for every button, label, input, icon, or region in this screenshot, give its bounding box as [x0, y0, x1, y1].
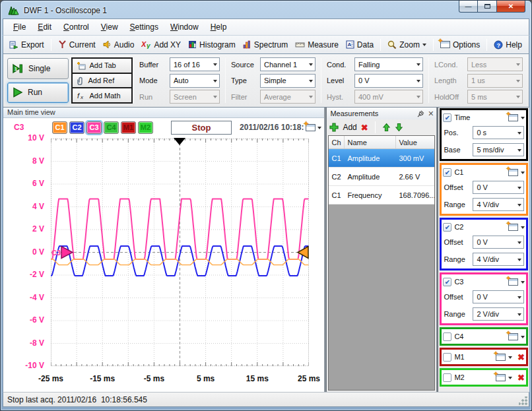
- add-measurement-icon[interactable]: [329, 123, 339, 132]
- menu-edit[interactable]: Edit: [32, 20, 57, 34]
- remove-m2-button[interactable]: ✖: [517, 373, 525, 383]
- config-icon-c2[interactable]: [508, 224, 518, 231]
- svg-text:x: x: [80, 94, 84, 100]
- source-dropdown[interactable]: Channel 1: [260, 57, 316, 71]
- c2-offset-dropdown[interactable]: 0 V: [473, 236, 524, 249]
- trigger-position-marker[interactable]: [174, 138, 185, 151]
- remove-m1-button[interactable]: ✖: [517, 352, 525, 362]
- stop-button[interactable]: Stop: [171, 121, 232, 135]
- data-button[interactable]: A Data: [343, 38, 377, 51]
- checkbox-c3[interactable]: ✔: [443, 278, 451, 286]
- run-button[interactable]: Run: [7, 82, 69, 104]
- add-ref-button[interactable]: Add Ref: [71, 73, 133, 89]
- channel-button-m2[interactable]: M2: [138, 121, 153, 134]
- col-value[interactable]: Value: [396, 136, 434, 148]
- type-dropdown[interactable]: Simple: [260, 74, 316, 88]
- menu-control[interactable]: Control: [57, 20, 95, 34]
- plot-config-caret[interactable]: [317, 127, 321, 131]
- close-button[interactable]: ✕: [496, 1, 525, 13]
- export-button[interactable]: Export: [6, 38, 48, 51]
- time-base-dropdown[interactable]: 5 ms/div: [473, 143, 524, 156]
- mode-dropdown[interactable]: Auto: [170, 74, 220, 88]
- minimize-button[interactable]: —: [459, 1, 478, 13]
- move-up-icon[interactable]: [382, 123, 391, 132]
- checkbox-c1[interactable]: ✔: [443, 168, 451, 177]
- plot-config-icon[interactable]: [306, 124, 316, 131]
- add-measurement-label[interactable]: Add: [343, 123, 356, 132]
- menu-settings[interactable]: Settings: [124, 20, 164, 34]
- menu-help[interactable]: Help: [205, 20, 233, 34]
- add-math-button[interactable]: fx Add Math: [71, 87, 133, 104]
- config-caret-time[interactable]: [521, 117, 525, 121]
- zoom-caret[interactable]: [422, 44, 426, 48]
- c3-offset-marker[interactable]: [61, 247, 73, 259]
- current-button[interactable]: Current: [55, 38, 99, 51]
- cond-dropdown[interactable]: Falling: [354, 57, 423, 71]
- add-tab-button[interactable]: Add Tab: [71, 57, 133, 74]
- config-caret-c3[interactable]: [521, 281, 525, 286]
- filter-label: Filter: [231, 93, 256, 101]
- channel-button-c1[interactable]: C1: [52, 121, 67, 134]
- col-name[interactable]: Name: [345, 136, 396, 148]
- measurement-row[interactable]: C1Amplitude300 mV: [329, 149, 434, 168]
- measurement-row[interactable]: C1Frequency168.7096...: [329, 186, 434, 205]
- time-pos-dropdown[interactable]: 0 s: [473, 126, 524, 139]
- move-down-icon[interactable]: [395, 123, 403, 132]
- config-caret-m1[interactable]: [508, 356, 512, 361]
- waveform-plot[interactable]: C3: [51, 139, 309, 366]
- toolbar-separator: [380, 39, 381, 51]
- config-icon-m1[interactable]: [496, 354, 506, 361]
- delete-measurement-icon[interactable]: ✖: [361, 123, 368, 133]
- measure-button[interactable]: Measure: [292, 38, 342, 51]
- config-label-c1: C1: [454, 168, 463, 176]
- c2-range-dropdown[interactable]: 4 V/div: [473, 253, 524, 266]
- config-icon-c4[interactable]: [508, 333, 518, 340]
- config-icon-c1[interactable]: [508, 169, 518, 176]
- measurement-row[interactable]: C2Amplitude2.66 V: [329, 168, 434, 186]
- col-ch[interactable]: Ch: [329, 136, 345, 148]
- config-caret-c4[interactable]: [521, 336, 525, 340]
- options-button[interactable]: Options: [437, 38, 483, 51]
- pin-icon[interactable]: [417, 110, 424, 117]
- histogram-button[interactable]: Histogram: [185, 38, 239, 51]
- lcond-value: Less: [471, 61, 486, 69]
- status-bar: Stop last acq. 2011/02/16 10:18:56.545: [3, 392, 529, 407]
- channel-button-c4[interactable]: C4: [104, 121, 119, 134]
- level-dropdown[interactable]: 0 V: [354, 74, 423, 88]
- dropdown-value: 0 s: [477, 129, 486, 137]
- config-icon-c3[interactable]: [508, 278, 518, 286]
- help-button[interactable]: ? Help: [490, 38, 525, 51]
- maximize-button[interactable]: [478, 1, 496, 13]
- panel-close-icon[interactable]: ✕: [428, 110, 434, 118]
- config-caret-c1[interactable]: [521, 172, 525, 176]
- zoom-button[interactable]: Zoom: [384, 38, 430, 51]
- menu-view[interactable]: View: [95, 20, 124, 34]
- spectrum-button[interactable]: Spectrum: [240, 38, 291, 51]
- config-icon-time[interactable]: [508, 114, 518, 121]
- resize-grip[interactable]: [519, 396, 527, 405]
- config-caret-c2[interactable]: [521, 226, 525, 231]
- single-button[interactable]: 1 Single: [7, 58, 69, 79]
- channel-button-c2[interactable]: C2: [69, 121, 84, 134]
- c3-range-dropdown[interactable]: 2 V/div: [473, 307, 524, 321]
- config-caret-m2[interactable]: [508, 377, 512, 381]
- menu-file[interactable]: File: [7, 20, 32, 34]
- checkbox-m2[interactable]: [443, 373, 451, 382]
- checkbox-c4[interactable]: [443, 332, 451, 341]
- measurements-table-header[interactable]: Ch Name Value: [329, 136, 434, 149]
- checkbox-c2[interactable]: ✔: [443, 223, 451, 232]
- audio-button[interactable]: Audio: [100, 38, 138, 51]
- channel-button-m1[interactable]: M1: [121, 121, 136, 134]
- checkbox-m1[interactable]: [443, 353, 451, 362]
- buffer-dropdown[interactable]: 16 of 16: [170, 57, 220, 71]
- c1-range-dropdown[interactable]: 4 V/div: [473, 198, 524, 211]
- c3-offset-dropdown[interactable]: 0 V: [473, 290, 524, 303]
- add-xy-button[interactable]: Xy Add XY: [138, 38, 184, 51]
- config-icon-m2[interactable]: [496, 374, 506, 381]
- c1-offset-dropdown[interactable]: 0 V: [473, 181, 524, 194]
- acquisition-controls: 1 Single Run Add Tab Add Ref fx Add Math…: [3, 53, 529, 108]
- menu-window[interactable]: Window: [164, 20, 205, 34]
- channel-button-c3[interactable]: C3: [86, 121, 102, 134]
- config-label-m1: M1: [454, 353, 464, 361]
- checkbox-time[interactable]: ✔: [443, 113, 451, 122]
